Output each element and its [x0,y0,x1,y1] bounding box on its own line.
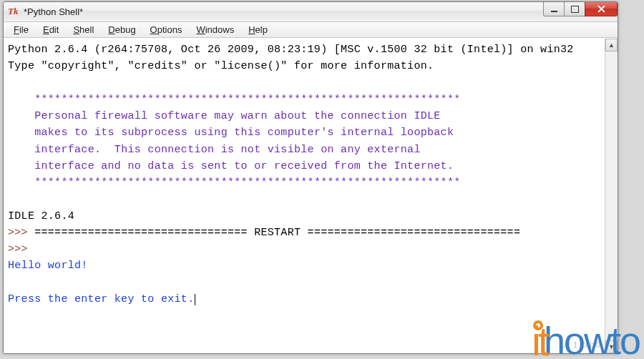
shell-text[interactable]: Python 2.6.4 (r264:75708, Oct 26 2009, 0… [4,39,605,353]
firewall-border: ****************************************… [8,94,461,106]
titlebar[interactable]: Tk *Python Shell* [4,2,618,22]
menu-shell[interactable]: Shell [66,24,101,36]
python-shell-window: Tk *Python Shell* File Edit Shell Debug … [3,1,618,354]
editor-area: Python 2.6.4 (r264:75708, Oct 26 2009, 0… [4,38,618,353]
window-controls [544,2,618,16]
banner-line: Python 2.6.4 (r264:75708, Oct 26 2009, 0… [8,44,574,56]
menubar: File Edit Shell Debug Options Windows He… [4,22,618,38]
firewall-text: makes to its subprocess using this compu… [8,127,454,139]
close-icon [597,5,605,13]
stdout-line: Press the enter key to exit. [8,293,194,305]
idle-version: IDLE 2.6.4 [8,210,74,222]
scroll-up-button[interactable]: ▲ [605,39,618,51]
maximize-button[interactable] [564,2,585,16]
menu-options[interactable]: Options [143,24,190,36]
menu-help[interactable]: Help [241,24,275,36]
scroll-down-button[interactable]: ▼ [605,340,618,353]
banner-line: Type "copyright", "credits" or "license(… [8,60,434,72]
tk-app-icon: Tk [8,6,19,18]
text-cursor [195,294,195,305]
stdout-line: Hello world! [8,260,88,272]
prompt: >>> [8,227,34,239]
prompt: >>> [8,243,34,255]
restart-line: ================================ RESTART… [34,227,520,239]
minimize-button[interactable] [543,2,565,16]
firewall-text: interface. This connection is not visibl… [8,144,421,156]
menu-windows[interactable]: Windows [189,24,241,36]
firewall-border: ****************************************… [8,177,461,189]
menu-edit[interactable]: Edit [36,24,66,36]
status-position: Ln: 1 Col: 0 [560,340,600,349]
menu-debug[interactable]: Debug [101,24,142,36]
close-button[interactable] [585,2,618,16]
window-title: *Python Shell* [24,6,83,17]
vertical-scrollbar[interactable]: ▲ ▼ [605,39,618,353]
menu-file[interactable]: File [6,24,36,36]
firewall-text: interface and no data is sent to or rece… [8,160,454,172]
firewall-text: Personal firewall software may warn abou… [8,110,441,122]
